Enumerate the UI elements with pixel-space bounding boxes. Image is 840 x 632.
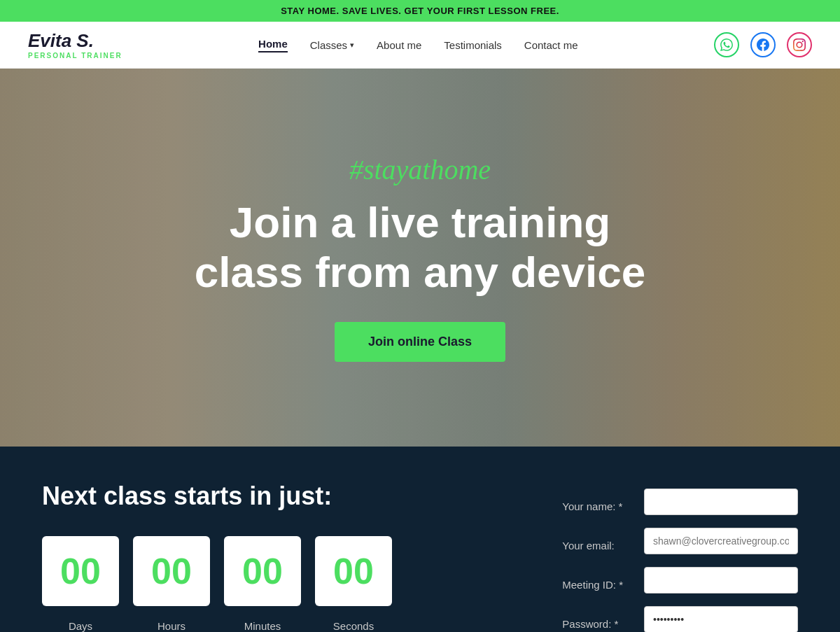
- form-inputs: Join zoom meeting: [644, 489, 798, 632]
- countdown-left: Next class starts in just: 00 00 00 00 D…: [42, 482, 506, 632]
- password-input[interactable]: [644, 606, 798, 632]
- nav-contact[interactable]: Contact me: [524, 39, 578, 51]
- countdown-boxes: 00 00 00 00: [42, 536, 506, 606]
- countdown-seconds-box: 00: [315, 536, 392, 606]
- social-icons: [714, 32, 812, 57]
- banner-text: STAY HOME. SAVE LIVES. GET YOUR FIRST LE…: [281, 6, 559, 16]
- header: Evita S. PERSONAL TRAINER Home Classes ▾…: [0, 22, 840, 69]
- nav-about[interactable]: About me: [377, 39, 421, 51]
- countdown-minutes-box: 00: [224, 536, 301, 606]
- whatsapp-icon[interactable]: [714, 32, 739, 57]
- countdown-days-value: 00: [60, 553, 101, 589]
- logo-subtitle: PERSONAL TRAINER: [28, 52, 122, 59]
- nav-testimonials[interactable]: Testimonials: [444, 39, 502, 51]
- top-banner: STAY HOME. SAVE LIVES. GET YOUR FIRST LE…: [0, 0, 840, 22]
- hero-content: #stayathome Join a live training class f…: [195, 153, 645, 363]
- password-label: Password: *: [562, 610, 623, 632]
- hero-section: #stayathome Join a live training class f…: [0, 69, 840, 447]
- meeting-id-label: Meeting ID: *: [562, 571, 623, 598]
- email-input[interactable]: [644, 528, 798, 554]
- facebook-icon[interactable]: [750, 32, 776, 57]
- main-nav: Home Classes ▾ About me Testimonials Con…: [258, 38, 578, 52]
- hero-hashtag: #stayathome: [195, 153, 645, 186]
- countdown-section: Next class starts in just: 00 00 00 00 D…: [0, 447, 840, 632]
- minutes-label: Minutes: [224, 620, 301, 632]
- chevron-down-icon: ▾: [350, 41, 354, 50]
- hero-title: Join a live training class from any devi…: [195, 197, 645, 297]
- nav-classes[interactable]: Classes ▾: [310, 39, 354, 51]
- form-area: Your name: * Your email: Meeting ID: * P…: [562, 489, 798, 632]
- seconds-label: Seconds: [315, 620, 392, 632]
- join-class-button[interactable]: Join online Class: [335, 322, 505, 362]
- days-label: Days: [42, 620, 119, 632]
- nav-classes-label: Classes: [310, 39, 347, 51]
- name-input[interactable]: [644, 489, 798, 515]
- countdown-hours-box: 00: [133, 536, 210, 606]
- logo: Evita S. PERSONAL TRAINER: [28, 30, 122, 59]
- hero-title-line1: Join a live training: [230, 198, 610, 246]
- countdown-hours-value: 00: [151, 553, 192, 589]
- hours-label: Hours: [133, 620, 210, 632]
- instagram-icon[interactable]: [787, 32, 812, 57]
- hero-title-line2: class from any device: [195, 248, 645, 296]
- logo-name: Evita S.: [28, 30, 122, 52]
- countdown-labels: Days Hours Minutes Seconds: [42, 620, 506, 632]
- email-label: Your email:: [562, 532, 623, 559]
- meeting-id-input[interactable]: [644, 567, 798, 594]
- countdown-title: Next class starts in just:: [42, 482, 506, 511]
- name-label: Your name: *: [562, 493, 623, 519]
- countdown-minutes-value: 00: [242, 553, 283, 589]
- nav-home[interactable]: Home: [258, 38, 288, 52]
- countdown-days-box: 00: [42, 536, 119, 606]
- countdown-seconds-value: 00: [333, 553, 374, 589]
- form-labels: Your name: * Your email: Meeting ID: * P…: [562, 489, 623, 632]
